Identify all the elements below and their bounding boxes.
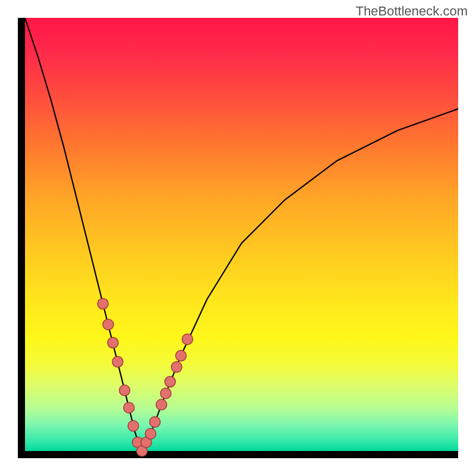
annotated-point (103, 319, 114, 330)
annotated-point (124, 402, 134, 413)
annotated-point (119, 385, 130, 396)
annotated-point (156, 399, 167, 410)
annotated-point (108, 337, 118, 348)
annotated-point (112, 356, 123, 367)
annotated-point (165, 377, 176, 387)
annotated-point (161, 388, 171, 399)
annotated-point (171, 362, 182, 372)
annotated-point (182, 334, 193, 345)
annotated-point (176, 350, 186, 361)
annotated-point (98, 299, 108, 309)
annotated-points-group (98, 299, 193, 457)
annotated-point (145, 428, 156, 439)
watermark-text: TheBottleneck.com (356, 4, 468, 19)
chart-container: TheBottleneck.com (0, 0, 476, 476)
chart-svg (25, 18, 458, 451)
chart-frame (18, 18, 458, 458)
bottleneck-curve (25, 18, 458, 451)
annotated-point (149, 416, 160, 427)
annotated-point (128, 421, 139, 431)
